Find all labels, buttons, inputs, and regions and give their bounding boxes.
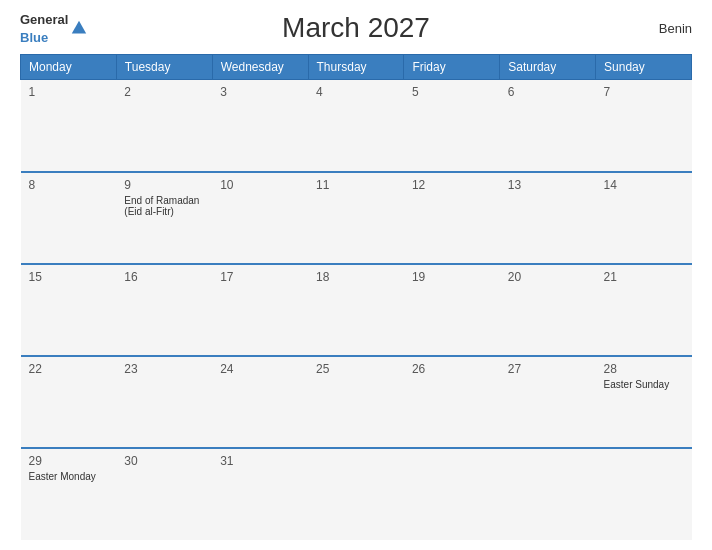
calendar-day-cell: 26 [404,356,500,448]
logo-general: General [20,12,68,27]
day-number: 8 [29,178,109,192]
calendar-day-cell: 28Easter Sunday [596,356,692,448]
page-title: March 2027 [282,12,430,44]
day-number: 17 [220,270,300,284]
calendar-day-cell: 8 [21,172,117,264]
calendar-day-cell: 29Easter Monday [21,448,117,540]
day-number: 2 [124,85,204,99]
day-number: 14 [604,178,684,192]
calendar-day-cell: 14 [596,172,692,264]
day-number: 18 [316,270,396,284]
calendar-body: 123456789End of Ramadan (Eid al-Fitr)101… [21,80,692,541]
col-friday: Friday [404,55,500,80]
calendar-day-cell: 20 [500,264,596,356]
calendar-day-cell: 19 [404,264,500,356]
day-number: 27 [508,362,588,376]
calendar-week-row: 15161718192021 [21,264,692,356]
calendar-header: General Blue March 2027 Benin [20,10,692,46]
day-number: 22 [29,362,109,376]
day-number: 3 [220,85,300,99]
day-number: 1 [29,85,109,99]
svg-marker-0 [72,21,86,34]
calendar-day-cell: 1 [21,80,117,172]
calendar-day-cell: 27 [500,356,596,448]
logo-icon [70,19,88,37]
col-saturday: Saturday [500,55,596,80]
calendar-day-cell: 13 [500,172,596,264]
col-tuesday: Tuesday [116,55,212,80]
day-number: 29 [29,454,109,468]
calendar-day-cell: 10 [212,172,308,264]
calendar-day-cell: 30 [116,448,212,540]
calendar-day-cell: 21 [596,264,692,356]
calendar-day-cell: 24 [212,356,308,448]
day-number: 10 [220,178,300,192]
day-event: End of Ramadan (Eid al-Fitr) [124,195,204,217]
col-monday: Monday [21,55,117,80]
day-number: 12 [412,178,492,192]
calendar-day-cell [308,448,404,540]
day-number: 19 [412,270,492,284]
calendar-day-cell: 22 [21,356,117,448]
calendar-day-cell: 15 [21,264,117,356]
calendar-day-cell [404,448,500,540]
day-number: 11 [316,178,396,192]
day-number: 15 [29,270,109,284]
calendar-day-cell: 11 [308,172,404,264]
calendar-day-cell: 31 [212,448,308,540]
calendar-day-cell: 18 [308,264,404,356]
logo-blue: Blue [20,30,48,45]
calendar-day-cell: 4 [308,80,404,172]
calendar-day-cell: 3 [212,80,308,172]
calendar-day-cell: 9End of Ramadan (Eid al-Fitr) [116,172,212,264]
col-thursday: Thursday [308,55,404,80]
day-number: 25 [316,362,396,376]
logo-text: General Blue [20,10,68,46]
country-label: Benin [659,21,692,36]
day-number: 20 [508,270,588,284]
calendar-day-cell: 16 [116,264,212,356]
calendar-day-cell [596,448,692,540]
day-event: Easter Monday [29,471,109,482]
logo: General Blue [20,10,88,46]
day-number: 13 [508,178,588,192]
day-number: 24 [220,362,300,376]
day-number: 5 [412,85,492,99]
calendar-header-row: Monday Tuesday Wednesday Thursday Friday… [21,55,692,80]
day-number: 21 [604,270,684,284]
calendar-day-cell [500,448,596,540]
calendar-day-cell: 7 [596,80,692,172]
calendar-day-cell: 25 [308,356,404,448]
col-wednesday: Wednesday [212,55,308,80]
day-event: Easter Sunday [604,379,684,390]
day-number: 16 [124,270,204,284]
day-number: 31 [220,454,300,468]
day-number: 26 [412,362,492,376]
calendar-week-row: 22232425262728Easter Sunday [21,356,692,448]
day-number: 9 [124,178,204,192]
calendar-day-cell: 2 [116,80,212,172]
calendar-day-cell: 17 [212,264,308,356]
calendar-day-cell: 23 [116,356,212,448]
day-number: 30 [124,454,204,468]
day-number: 7 [604,85,684,99]
calendar-week-row: 89End of Ramadan (Eid al-Fitr)1011121314 [21,172,692,264]
day-number: 23 [124,362,204,376]
calendar-day-cell: 6 [500,80,596,172]
calendar-week-row: 1234567 [21,80,692,172]
day-number: 28 [604,362,684,376]
day-number: 4 [316,85,396,99]
calendar-day-cell: 5 [404,80,500,172]
day-number: 6 [508,85,588,99]
calendar-week-row: 29Easter Monday3031 [21,448,692,540]
calendar-table: Monday Tuesday Wednesday Thursday Friday… [20,54,692,540]
col-sunday: Sunday [596,55,692,80]
calendar-day-cell: 12 [404,172,500,264]
